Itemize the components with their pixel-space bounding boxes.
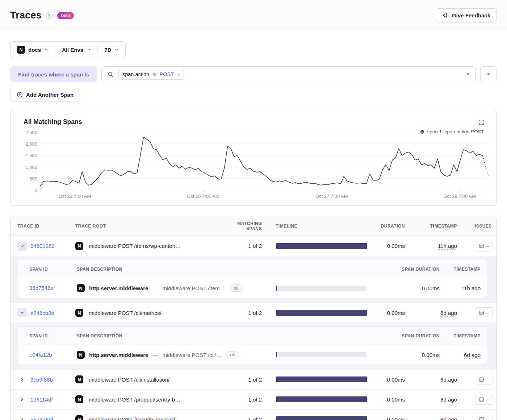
col-span-duration: SPAN DURATION: [366, 333, 440, 338]
x-tick-label: Oct 29 7:00 AM: [443, 194, 476, 199]
trace-duration: 0.00ms: [373, 396, 415, 403]
trace-id-link[interactable]: 5b72a6bf: [30, 416, 53, 420]
span-timeline-track[interactable]: [276, 286, 366, 291]
fullscreen-icon[interactable]: [479, 120, 484, 125]
matching-spans-count: 1 of 2: [229, 416, 276, 420]
help-icon[interactable]: ?: [46, 12, 53, 19]
close-search-button[interactable]: ×: [480, 66, 497, 82]
timeline-bar[interactable]: [276, 396, 367, 402]
chevron-down-icon: [87, 47, 91, 52]
matching-spans-count: 1 of 2: [229, 396, 276, 403]
project-filter[interactable]: N docs: [11, 46, 55, 54]
expanded-span-panel: SPAN ID SPAN DESCRIPTION SPAN DURATION T…: [11, 256, 496, 303]
trace-timestamp[interactable]: 11h ago: [438, 243, 457, 250]
environment-filter[interactable]: All Envs: [55, 47, 97, 53]
add-another-span-label: Add Another Span: [26, 92, 74, 98]
span-table-header: SPAN ID SPAN DESCRIPTION SPAN DURATION T…: [18, 260, 487, 278]
span-timestamp[interactable]: 11h ago: [461, 285, 481, 292]
chart-y-axis: 05001,0001,5002,0002,500: [18, 132, 40, 190]
expand-trace-button[interactable]: [17, 375, 27, 384]
trace-row: e246cb8e N middleware POST /cli/metrics/…: [11, 303, 496, 323]
page-title: Traces: [10, 10, 42, 21]
timeline-bar[interactable]: [276, 416, 367, 420]
token-value[interactable]: POST: [160, 71, 174, 77]
col-span-timestamp: TIMESTAMP: [440, 267, 481, 272]
trace-duration: 0.00ms: [373, 310, 415, 316]
search-token[interactable]: span.action is POST ×: [118, 69, 184, 80]
nextjs-icon: N: [75, 395, 83, 403]
span-table: SPAN ID SPAN DESCRIPTION SPAN DURATION T…: [18, 260, 487, 298]
megaphone-icon: [443, 12, 449, 18]
col-span-description: SPAN DESCRIPTION: [77, 267, 276, 272]
traces-page: Traces ? beta Give Feedback N docs All E…: [0, 0, 507, 420]
x-tick-label: Oct 27 7:00 AM: [315, 194, 348, 199]
trace-timestamp[interactable]: 6d ago: [440, 310, 457, 317]
clear-search-icon[interactable]: ×: [466, 71, 470, 78]
issues-button[interactable]: –: [475, 414, 493, 420]
y-tick-label: 500: [29, 176, 37, 182]
traces-table-header: TRACE ID TRACE ROOT MATCHING SPANS TIMEL…: [11, 216, 496, 236]
expand-trace-button[interactable]: [17, 241, 27, 251]
traces-table-body: 94601262 N middleware POST /items/wp-con…: [11, 236, 496, 420]
col-span-duration: SPAN DURATION: [366, 267, 440, 272]
trace-id-link[interactable]: 94601262: [30, 243, 55, 249]
issues-button[interactable]: –: [475, 394, 493, 405]
environment-filter-label: All Envs: [62, 47, 83, 53]
chevron-down-icon: [44, 47, 49, 52]
span-timeline-track[interactable]: [276, 352, 366, 357]
y-tick-label: 2,000: [25, 141, 37, 147]
token-operator[interactable]: is: [152, 71, 156, 77]
timeline-bar[interactable]: [276, 243, 367, 249]
trace-id-link[interactable]: 1d6114df: [30, 396, 53, 403]
issues-button[interactable]: –: [475, 241, 493, 251]
timeline-bar[interactable]: [276, 377, 367, 382]
expand-trace-button[interactable]: [17, 415, 27, 420]
span-search-input[interactable]: span.action is POST × ×: [101, 66, 476, 82]
expanded-span-panel: SPAN ID SPAN DESCRIPTION SPAN DURATION T…: [11, 323, 496, 369]
col-duration: DURATION: [373, 224, 415, 229]
add-another-span-button[interactable]: Add Another Span: [10, 88, 80, 101]
beta-badge: beta: [57, 12, 74, 19]
trace-row: 9cb9f88b N middleware POST /cli/installa…: [11, 369, 496, 389]
separator: —: [152, 352, 158, 358]
issues-button[interactable]: –: [475, 374, 493, 385]
col-issues: ISSUES: [468, 224, 496, 229]
matching-spans-count: 1 of 2: [229, 243, 276, 249]
expand-trace-button[interactable]: [17, 308, 27, 317]
y-tick-label: 2,500: [25, 130, 37, 135]
issues-icon: [479, 397, 484, 402]
span-id-link[interactable]: 36d7546e: [29, 285, 54, 291]
issues-button[interactable]: –: [475, 307, 493, 318]
issues-icon: [479, 417, 484, 420]
expand-trace-button[interactable]: [17, 395, 27, 404]
trace-timestamp[interactable]: 6d ago: [440, 396, 457, 403]
nextjs-icon: N: [77, 284, 85, 292]
span-id-link[interactable]: e04fa12b: [29, 352, 52, 358]
chart-x-axis: Oct 23 7:00 AMOct 25 7:00 AMOct 27 7:00 …: [40, 190, 489, 200]
timeline-bar[interactable]: [276, 310, 367, 316]
span-row: e04fa12b N http.server.middleware — midd…: [18, 345, 487, 365]
token-key: span.action: [122, 71, 149, 77]
matching-spans-chart-card: All Matching Spans span 1: span.action:P…: [10, 110, 497, 206]
span-timestamp[interactable]: 6d ago: [464, 352, 481, 359]
span-operation: http.server.middleware: [89, 285, 148, 291]
date-range-filter[interactable]: 7D: [97, 47, 125, 53]
matching-spans-count: 1 of 2: [229, 377, 276, 383]
issues-empty-dash: –: [486, 396, 489, 402]
give-feedback-button[interactable]: Give Feedback: [436, 8, 497, 22]
trace-id-link[interactable]: 9cb9f88b: [30, 377, 53, 383]
trace-root-text: middleware POST /cli/installation/: [89, 377, 169, 383]
chart-title: All Matching Spans: [24, 118, 489, 126]
trace-timestamp[interactable]: 6d ago: [440, 377, 457, 383]
trace-id-link[interactable]: e246cb8e: [30, 310, 54, 316]
span-duration: 0.00ms: [366, 352, 440, 358]
x-tick-mark: [460, 190, 460, 192]
nextjs-icon: N: [75, 309, 83, 317]
trace-timestamp[interactable]: 6d ago: [440, 416, 457, 420]
x-tick-label: Oct 25 7:00 AM: [187, 194, 219, 199]
chart-plot[interactable]: [40, 132, 489, 190]
trace-root-text: middleware POST /cli/metrics/: [89, 310, 162, 316]
remove-token-icon[interactable]: ×: [177, 72, 180, 77]
trace-duration: 0.00ms: [373, 243, 415, 249]
traces-table: TRACE ID TRACE ROOT MATCHING SPANS TIMEL…: [10, 216, 497, 420]
